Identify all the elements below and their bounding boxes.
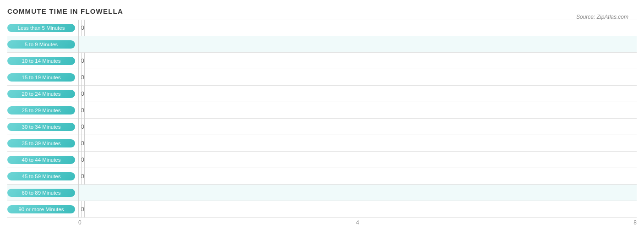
gridline (84, 168, 85, 185)
bar-row: 30 to 34 Minutes0 (7, 119, 637, 135)
bar-label: 90 or more Minutes (7, 205, 75, 213)
bar-row: 5 to 9 Minutes8 (7, 36, 637, 53)
bar-row: Less than 5 Minutes0 (7, 20, 637, 36)
gridline (84, 201, 85, 218)
source-label: Source: ZipAtlas.com (576, 14, 628, 20)
bar-track: 0 (78, 86, 84, 102)
gridline (81, 135, 82, 152)
bar-track: 0 (78, 168, 84, 185)
x-axis-label: 8 (633, 219, 637, 226)
bar-label: 40 to 44 Minutes (7, 156, 75, 164)
bar-row: 60 to 89 Minutes8 (7, 185, 637, 201)
chart-area: Less than 5 Minutes05 to 9 Minutes810 to… (7, 20, 637, 218)
bar-row: 40 to 44 Minutes0 (7, 152, 637, 168)
gridline (78, 20, 79, 36)
x-axis-label: 4 (356, 219, 359, 226)
gridline (84, 102, 85, 119)
gridline (78, 201, 79, 218)
bar-label: 15 to 19 Minutes (7, 73, 75, 82)
gridline (78, 102, 79, 119)
gridline (84, 53, 85, 69)
bar-track: 0 (78, 102, 84, 119)
gridline (84, 152, 85, 168)
bar-track: 0 (78, 53, 84, 69)
gridline (78, 69, 79, 86)
bar-label: 10 to 14 Minutes (7, 57, 75, 65)
bar-row: 90 or more Minutes0 (7, 201, 637, 218)
gridline (78, 168, 79, 185)
gridline (81, 152, 82, 168)
x-axis-label: 0 (78, 219, 82, 226)
bar-track: 0 (78, 20, 84, 36)
chart-title: COMMUTE TIME IN FLOWELLA (7, 7, 637, 15)
gridline (81, 86, 82, 102)
bar-row: 35 to 39 Minutes0 (7, 135, 637, 152)
bar-label: 30 to 34 Minutes (7, 123, 75, 131)
gridline (81, 201, 82, 218)
bar-row: 45 to 59 Minutes0 (7, 168, 637, 185)
bar-label: 25 to 29 Minutes (7, 106, 75, 115)
bar-row: 10 to 14 Minutes0 (7, 53, 637, 69)
gridline (78, 36, 79, 53)
gridline (81, 69, 82, 86)
gridline (78, 119, 79, 135)
gridline (81, 102, 82, 119)
bar-label: 35 to 39 Minutes (7, 139, 75, 147)
bar-label: 60 to 89 Minutes (7, 189, 75, 197)
bar-track: 0 (78, 201, 84, 218)
x-axis-labels: 048 (78, 219, 637, 226)
bar-track: 0 (78, 135, 84, 152)
bar-label: 20 to 24 Minutes (7, 90, 75, 98)
bar-track: 0 (78, 119, 84, 135)
bar-label: 45 to 59 Minutes (7, 172, 75, 180)
gridline (81, 119, 82, 135)
bar-label: 5 to 9 Minutes (7, 40, 75, 49)
bar-track: 0 (78, 152, 84, 168)
gridline (81, 168, 82, 185)
bar-row: 25 to 29 Minutes0 (7, 102, 637, 119)
bar-row: 15 to 19 Minutes0 (7, 69, 637, 86)
gridline (78, 53, 79, 69)
gridline (84, 20, 85, 36)
gridline (78, 185, 79, 201)
gridline (78, 152, 79, 168)
gridline (78, 86, 79, 102)
gridline (78, 135, 79, 152)
bar-row: 20 to 24 Minutes0 (7, 86, 637, 102)
bar-track: 0 (78, 69, 84, 86)
x-axis: 048 (78, 219, 637, 226)
gridline (84, 119, 85, 135)
gridline (84, 135, 85, 152)
bar-label: Less than 5 Minutes (7, 24, 75, 32)
gridline (84, 86, 85, 102)
gridline (84, 69, 85, 86)
gridline (81, 53, 82, 69)
gridline (81, 20, 82, 36)
